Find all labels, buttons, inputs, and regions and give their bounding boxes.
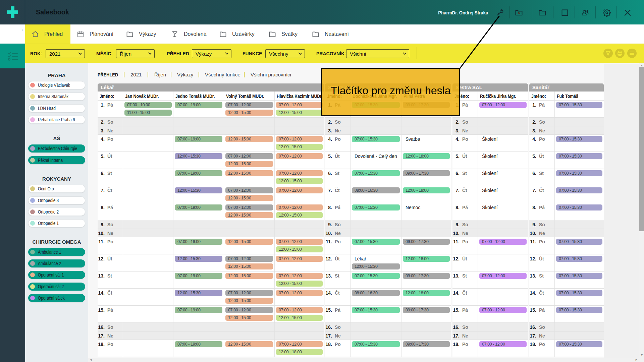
- svg-text:N: N: [518, 11, 521, 15]
